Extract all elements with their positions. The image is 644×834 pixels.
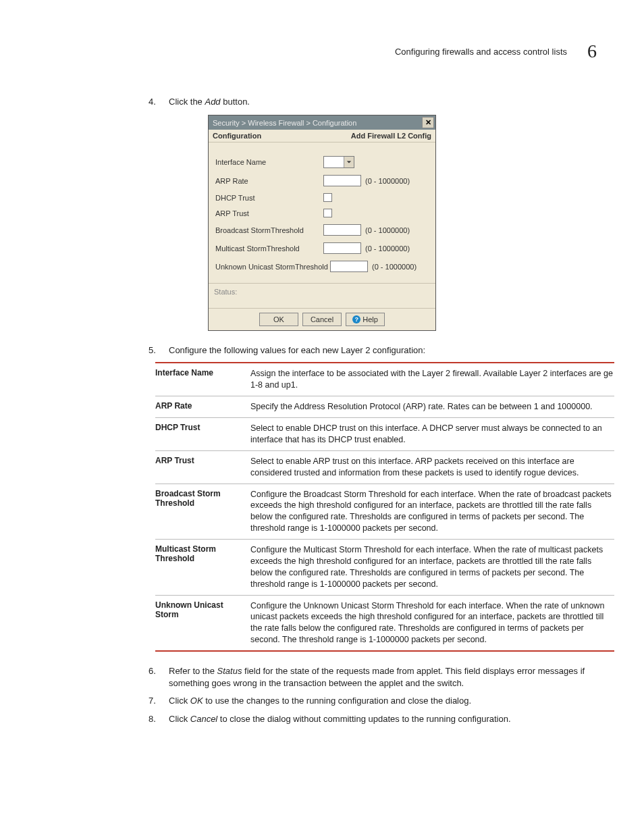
step-number: 6. — [149, 665, 169, 689]
def-desc: Assign the interface to be associated wi… — [250, 368, 614, 391]
emphasis: Add — [205, 97, 220, 107]
label-interface-name: Interface Name — [215, 158, 323, 166]
unknown-unicast-threshold-input[interactable] — [330, 261, 368, 272]
def-desc: Configure the Unknown Unicast Storm Thre… — [250, 600, 614, 646]
def-desc: Configure the Broadcast Storm Threshold … — [250, 489, 614, 535]
row-arp-rate: ARP Rate (0 - 1000000) — [215, 175, 429, 186]
label-broadcast-threshold: Broadcast StormThreshold — [215, 226, 323, 234]
label-multicast-threshold: Multicast StormThreshold — [215, 244, 323, 253]
step-number: 7. — [149, 695, 169, 707]
range-hint: (0 - 1000000) — [365, 226, 410, 234]
table-row: DHCP Trust Select to enable DHCP trust o… — [155, 418, 614, 451]
help-label: Help — [363, 315, 378, 323]
def-term: Broadcast Storm Threshold — [155, 489, 250, 535]
text: button. — [221, 97, 250, 107]
step-8: 8. Click Cancel to close the dialog with… — [149, 713, 597, 725]
table-row: Unknown Unicast Storm Configure the Unkn… — [155, 596, 614, 651]
table-row: ARP Trust Select to enable ARP trust on … — [155, 451, 614, 484]
text: to close the dialog without committing u… — [217, 714, 510, 724]
step-number: 5. — [149, 344, 169, 357]
help-icon: ? — [352, 315, 360, 323]
def-term: Multicast Storm Threshold — [155, 544, 250, 590]
close-icon[interactable]: ✕ — [422, 117, 434, 128]
cancel-button[interactable]: Cancel — [302, 313, 342, 326]
step-text: Configure the following values for each … — [169, 344, 597, 357]
interface-name-select[interactable] — [323, 156, 354, 168]
text: Refer to the — [169, 666, 217, 676]
emphasis: Status — [217, 666, 242, 676]
status-field: Status: — [209, 283, 435, 308]
dialog-subheader: Configuration Add Firewall L2 Config — [209, 130, 435, 142]
page-header: Configuring firewalls and access control… — [47, 41, 597, 62]
step-text: Click OK to use the changes to the runni… — [169, 695, 597, 707]
definition-table: Interface Name Assign the interface to b… — [155, 362, 614, 652]
def-term: Interface Name — [155, 368, 250, 391]
emphasis: Cancel — [190, 714, 217, 724]
step-7: 7. Click OK to use the changes to the ru… — [149, 695, 597, 707]
range-hint: (0 - 1000000) — [372, 263, 417, 271]
chevron-down-icon — [344, 157, 354, 167]
def-desc: Select to enable DHCP trust on this inte… — [250, 423, 614, 446]
table-row: ARP Rate Specify the Address Resolution … — [155, 396, 614, 418]
text: Click the — [169, 97, 205, 107]
step-number: 4. — [149, 96, 169, 108]
broadcast-threshold-input[interactable] — [323, 224, 361, 236]
dialog-title: Security > Wireless Firewall > Configura… — [213, 119, 422, 127]
step-6: 6. Refer to the Status field for the sta… — [149, 665, 597, 689]
def-term: ARP Rate — [155, 401, 250, 413]
step-text: Click the Add button. — [169, 96, 597, 108]
text: Click — [169, 714, 190, 724]
table-row: Interface Name Assign the interface to b… — [155, 363, 614, 396]
text: to use the changes to the running config… — [203, 696, 472, 706]
table-row: Multicast Storm Threshold Configure the … — [155, 540, 614, 596]
label-arp-trust: ARP Trust — [215, 209, 323, 217]
dialog-sub-right: Add Firewall L2 Config — [351, 132, 431, 140]
def-desc: Configure the Multicast Storm Threshold … — [250, 544, 614, 590]
chapter-number: 6 — [587, 41, 597, 62]
def-desc: Select to enable ARP trust on this inter… — [250, 456, 614, 479]
def-desc: Specify the Address Resolution Protocol … — [250, 401, 614, 413]
dialog-body: Interface Name ARP Rate (0 - 1000000) DH… — [209, 142, 435, 283]
step-text: Click Cancel to close the dialog without… — [169, 713, 597, 725]
add-firewall-dialog: Security > Wireless Firewall > Configura… — [208, 115, 436, 331]
range-hint: (0 - 1000000) — [365, 244, 410, 253]
step-number: 8. — [149, 713, 169, 725]
dialog-titlebar: Security > Wireless Firewall > Configura… — [209, 115, 435, 130]
step-4: 4. Click the Add button. — [149, 96, 597, 108]
arp-trust-checkbox[interactable] — [323, 209, 332, 217]
row-interface-name: Interface Name — [215, 156, 429, 168]
arp-rate-input[interactable] — [323, 175, 361, 186]
label-unknown-unicast-threshold: Unknown Unicast StormThreshold — [215, 263, 330, 271]
def-term: Unknown Unicast Storm — [155, 600, 250, 646]
label-dhcp-trust: DHCP Trust — [215, 194, 323, 202]
def-term: DHCP Trust — [155, 423, 250, 446]
label-arp-rate: ARP Rate — [215, 177, 323, 185]
table-row: Broadcast Storm Threshold Configure the … — [155, 484, 614, 540]
emphasis: OK — [190, 696, 203, 706]
step-text: Refer to the Status field for the state … — [169, 665, 597, 689]
header-title: Configuring firewalls and access control… — [395, 47, 567, 57]
multicast-threshold-input[interactable] — [323, 242, 361, 254]
range-hint: (0 - 1000000) — [365, 177, 410, 185]
row-dhcp-trust: DHCP Trust — [215, 193, 429, 202]
def-term: ARP Trust — [155, 456, 250, 479]
dialog-button-bar: OK Cancel ? Help — [209, 308, 435, 330]
step-5: 5. Configure the following values for ea… — [149, 344, 597, 357]
status-label: Status: — [214, 288, 237, 296]
row-multicast-threshold: Multicast StormThreshold (0 - 1000000) — [215, 242, 429, 254]
help-button[interactable]: ? Help — [346, 313, 385, 326]
dialog-sub-left: Configuration — [213, 132, 261, 140]
ok-button[interactable]: OK — [259, 313, 298, 326]
text: Click — [169, 696, 190, 706]
row-arp-trust: ARP Trust — [215, 209, 429, 217]
row-broadcast-threshold: Broadcast StormThreshold (0 - 1000000) — [215, 224, 429, 236]
row-unknown-unicast-threshold: Unknown Unicast StormThreshold (0 - 1000… — [215, 261, 429, 272]
dhcp-trust-checkbox[interactable] — [323, 193, 332, 202]
